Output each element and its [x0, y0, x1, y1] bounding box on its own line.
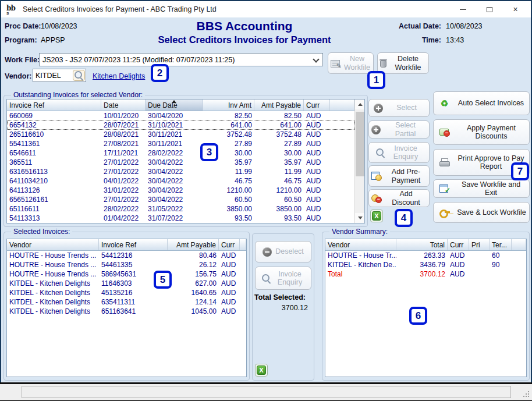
key-icon: [439, 210, 451, 216]
cell-due: 31/10/2021: [146, 120, 203, 130]
resize-grip-icon[interactable]: [522, 390, 529, 397]
col-ter[interactable]: Ter...: [490, 239, 512, 250]
cell-date: 27/01/2022: [101, 167, 146, 176]
cell-date: 28/08/2021: [101, 130, 146, 139]
table-row[interactable]: 65116611 28/02/2022 31/05/2022 3850.00 3…: [7, 204, 354, 214]
col-curr[interactable]: Curr: [448, 239, 469, 250]
add-prepayment-button[interactable]: Add Pre-Payment: [368, 165, 430, 187]
col-vendor[interactable]: Vendor: [325, 239, 396, 250]
table-row[interactable]: HOUTRE - House Tr... 263.33 AUD 60: [325, 251, 526, 260]
col-vendor[interactable]: Vendor: [7, 239, 99, 250]
selected-invoice-enquiry-label: Invoice Enquiry: [275, 270, 305, 287]
cell-amt-payable: 60.50: [254, 195, 304, 204]
vendor-summary-group-label: Vendor Summary:: [329, 228, 390, 236]
col-total[interactable]: Total: [396, 239, 448, 250]
cell-due: 30/04/2022: [146, 176, 203, 186]
cell-amt-payable: 1640.65: [168, 288, 219, 297]
scroll-up-button[interactable]: [355, 100, 365, 109]
table-row[interactable]: KITDEL - Kitchen Delights 11646303 627.0…: [7, 279, 246, 288]
scrollbar-thumb[interactable]: [356, 112, 364, 176]
col-pri[interactable]: Pri: [469, 239, 490, 250]
annotation-badge-3: 3: [200, 143, 218, 161]
table-row[interactable]: KITDEL - Kitchen Delights 651163641 1045…: [7, 307, 246, 316]
table-row[interactable]: HOUTRE - House Trends ... 586945631 156.…: [7, 269, 246, 279]
table-row-selected[interactable]: 6654132 28/07/2021 31/10/2021 641.00 641…: [7, 120, 354, 130]
excel-icon: [257, 365, 266, 375]
col-inv-amt[interactable]: Inv Amt: [203, 100, 254, 111]
select-button[interactable]: Select: [368, 99, 430, 117]
table-row[interactable]: HOUTRE - House Trends ... 54461335 26.12…: [7, 260, 246, 269]
table-row[interactable]: HOUTRE - House Trends ... 54412316 80.46…: [7, 251, 246, 260]
new-workfile-button[interactable]: New Workfile: [328, 52, 374, 74]
save-lock-workfile-button[interactable]: Save & Lock Workfile: [433, 202, 530, 223]
col-amt-payable[interactable]: Amt Payable: [168, 239, 219, 250]
table-row[interactable]: 365511 27/01/2022 30/04/2022 35.97 35.97…: [7, 158, 354, 167]
cell-ter: 60: [490, 251, 512, 260]
save-exit-label: Save Workfile and Exit: [455, 180, 527, 197]
cell-inv-amt: 60.50: [203, 195, 254, 204]
add-discount-button[interactable]: Add Discount: [368, 189, 430, 207]
table-row[interactable]: 265116610 28/08/2021 30/11/2021 3752.48 …: [7, 130, 354, 139]
workfile-combobox[interactable]: JS203 - JS2 07/07/2023 11:25 (Modified: …: [39, 53, 323, 66]
total-selected-value: 3700.12: [254, 304, 308, 312]
table-row[interactable]: KITDEL - Kitchen De... 3436.79 AUD 90: [325, 260, 526, 269]
proc-date-label: Proc Date:: [5, 22, 41, 30]
cell-inv-amt: 82.50: [203, 111, 254, 120]
table-row[interactable]: 660069 10/01/2020 30/04/2020 82.50 82.50…: [7, 111, 354, 120]
table-row[interactable]: 6565126161 27/01/2022 30/04/2022 60.50 6…: [7, 195, 354, 204]
table-row[interactable]: 54113313 01/04/2022 31/07/2022 93.50 93.…: [7, 214, 354, 223]
outstanding-table: Invoice Ref Date Due Date Inv Amt Amt Pa…: [6, 99, 365, 223]
col-curr[interactable]: Curr: [304, 100, 330, 111]
table-row[interactable]: KITDEL - Kitchen Delights 45135216 1640.…: [7, 288, 246, 297]
cell-amt-payable: 3850.00: [254, 204, 304, 214]
invoice-enquiry-button[interactable]: Invoice Enquiry: [368, 142, 430, 163]
minimize-button[interactable]: [450, 1, 476, 17]
table-row[interactable]: 6546611 17/11/2021 28/02/2022 30.00 30.0…: [7, 148, 354, 158]
apply-payment-discounts-button[interactable]: Apply Payment Discounts: [433, 119, 530, 145]
cell-vendor: KITDEL - Kitchen Delights: [7, 279, 99, 288]
cell-amt-payable: 93.50: [254, 214, 304, 223]
cell-due: 30/04/2022: [146, 186, 203, 195]
cell-ref: 6654132: [7, 120, 101, 130]
col-filler: [330, 100, 354, 111]
delete-workfile-button[interactable]: Delete Workfile: [377, 52, 429, 74]
deselect-button[interactable]: Deselect: [255, 241, 311, 262]
scroll-down-button[interactable]: [355, 213, 365, 223]
vendor-name-link[interactable]: Kitchen Delights: [93, 72, 145, 80]
vendor-search-button[interactable]: [73, 70, 85, 81]
table-row[interactable]: 55411361 27/08/2021 30/11/2021 27.89 27.…: [7, 139, 354, 148]
cell-curr: AUD: [304, 120, 330, 130]
annotation-badge-6: 6: [409, 307, 427, 325]
cell-ref: 651163641: [99, 307, 168, 316]
auto-select-invoices-button[interactable]: Auto Select Invoices: [433, 91, 530, 115]
cell-ref: 6565126161: [7, 195, 101, 204]
table-row[interactable]: KITDEL - Kitchen Delights 635411311 124.…: [7, 297, 246, 307]
cell-ter: 90: [490, 260, 512, 269]
col-invoice-ref[interactable]: Invoice Ref: [99, 239, 168, 250]
col-due-date[interactable]: Due Date: [146, 100, 203, 111]
table-row[interactable]: 6411034210 04/01/2022 30/04/2022 46.75 4…: [7, 176, 354, 186]
export-outstanding-excel-button[interactable]: [370, 210, 383, 222]
maximize-button[interactable]: [476, 1, 502, 17]
select-partial-button[interactable]: Select Partial: [368, 120, 430, 139]
cell-due: 30/04/2022: [146, 158, 203, 167]
table-row[interactable]: 6316516113 27/01/2022 30/04/2022 11.99 1…: [7, 167, 354, 176]
table-row[interactable]: 64113126 31/01/2022 30/04/2022 1210.00 1…: [7, 186, 354, 195]
col-invoice-ref[interactable]: Invoice Ref: [7, 100, 101, 111]
add-prepayment-label: Add Pre-Payment: [385, 168, 427, 184]
export-selected-excel-button[interactable]: [255, 364, 268, 377]
col-date[interactable]: Date: [101, 100, 146, 111]
selected-invoice-enquiry-button[interactable]: Invoice Enquiry: [255, 267, 311, 290]
app-icon: [6, 4, 19, 15]
cell-curr: AUD: [219, 269, 240, 279]
delete-workfile-label: Delete Workfile: [390, 55, 426, 72]
col-amt-payable[interactable]: Amt Payable: [254, 100, 304, 111]
vertical-scrollbar[interactable]: [354, 100, 364, 223]
col-curr[interactable]: Curr: [219, 239, 240, 250]
close-button[interactable]: ×: [502, 1, 529, 17]
cell-ref: 6316516113: [7, 167, 101, 176]
title-bar: Select Creditors Invoices for Payment - …: [1, 1, 531, 17]
cell-vendor: KITDEL - Kitchen Delights: [7, 307, 99, 316]
workfile-label: Work File:: [5, 56, 40, 64]
save-workfile-exit-button[interactable]: Save Workfile and Exit: [433, 179, 530, 198]
